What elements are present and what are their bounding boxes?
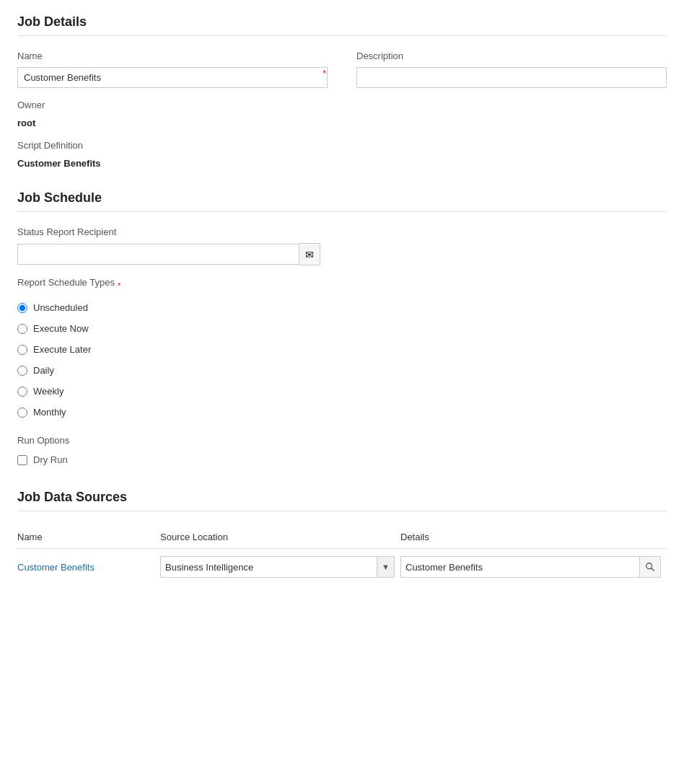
run-options-label: Run Options (17, 435, 667, 446)
radio-daily-label: Daily (33, 365, 54, 376)
source-location-select[interactable]: Business Intelligence Other Source (161, 558, 377, 576)
envelope-icon: ✉ (305, 249, 314, 260)
job-schedule-section: Job Schedule Status Report Recipient ✉ R… (17, 190, 667, 468)
report-schedule-label: Report Schedule Types (17, 277, 115, 288)
run-options-group: Run Options Dry Run (17, 435, 667, 468)
name-input[interactable] (17, 67, 328, 88)
dry-run-checkbox[interactable] (17, 455, 27, 465)
radio-daily[interactable]: Daily (17, 365, 667, 376)
schedule-radio-group: Unscheduled Execute Now Execute Later Da… (17, 302, 667, 420)
radio-weekly[interactable]: Weekly (17, 386, 667, 397)
status-report-input[interactable] (17, 244, 299, 265)
col-header-source: Source Location (160, 526, 400, 549)
radio-execute-later[interactable]: Execute Later (17, 344, 667, 355)
col-header-name: Name (17, 526, 160, 549)
description-label: Description (356, 50, 667, 61)
radio-execute-now-label: Execute Now (33, 323, 89, 334)
name-required-star: * (323, 69, 326, 79)
row-name-cell[interactable]: Customer Benefits (17, 549, 160, 586)
schedule-required-badge: * (118, 281, 120, 290)
description-input[interactable] (356, 67, 667, 88)
data-sources-header-row: Name Source Location Details (17, 526, 667, 549)
data-sources-tbody: Customer Benefits Business Intelligence … (17, 549, 667, 586)
dry-run-label: Dry Run (33, 454, 68, 465)
name-label: Name (17, 50, 328, 61)
data-sources-thead: Name Source Location Details (17, 526, 667, 549)
job-details-heading: Job Details (17, 14, 667, 36)
radio-monthly-label: Monthly (33, 407, 66, 418)
email-button[interactable]: ✉ (299, 243, 320, 265)
row-details-cell (400, 549, 667, 586)
report-schedule-label-row: Report Schedule Types * (17, 277, 667, 294)
description-group: Description (356, 50, 667, 88)
job-details-section: Job Details Name * Description Owner roo… (17, 14, 667, 169)
name-input-wrapper: * (17, 67, 328, 88)
search-icon (645, 562, 655, 572)
status-report-group: Status Report Recipient ✉ (17, 226, 667, 265)
radio-execute-later-input[interactable] (17, 345, 27, 355)
row-name-link[interactable]: Customer Benefits (17, 562, 95, 573)
job-data-sources-section: Job Data Sources Name Source Location De… (17, 490, 667, 585)
dry-run-checkbox-label[interactable]: Dry Run (17, 454, 667, 465)
source-select-wrapper: Business Intelligence Other Source ▼ (160, 556, 395, 578)
radio-execute-now-input[interactable] (17, 324, 27, 334)
radio-monthly-input[interactable] (17, 408, 27, 418)
description-input-wrapper (356, 67, 667, 88)
script-definition-value: Customer Benefits (17, 158, 667, 169)
job-schedule-heading: Job Schedule (17, 190, 667, 212)
radio-weekly-label: Weekly (33, 386, 63, 397)
table-row: Customer Benefits Business Intelligence … (17, 549, 667, 586)
owner-group: Owner root (17, 100, 667, 128)
radio-daily-input[interactable] (17, 366, 27, 376)
svg-line-1 (652, 568, 654, 571)
details-input-wrapper (400, 556, 661, 578)
script-definition-group: Script Definition Customer Benefits (17, 140, 667, 169)
details-input[interactable] (401, 558, 639, 576)
details-search-button[interactable] (639, 557, 660, 577)
status-report-input-row: ✉ (17, 243, 320, 265)
script-definition-label: Script Definition (17, 140, 667, 151)
row-source-cell: Business Intelligence Other Source ▼ (160, 549, 400, 586)
report-schedule-group: Report Schedule Types * Unscheduled Exec… (17, 277, 667, 420)
owner-label: Owner (17, 100, 667, 110)
radio-weekly-input[interactable] (17, 387, 27, 397)
name-group: Name * (17, 50, 328, 88)
status-report-label: Status Report Recipient (17, 226, 667, 237)
radio-unscheduled[interactable]: Unscheduled (17, 302, 667, 313)
radio-monthly[interactable]: Monthly (17, 407, 667, 418)
data-sources-table: Name Source Location Details Customer Be… (17, 526, 667, 585)
col-header-details: Details (400, 526, 667, 549)
radio-execute-later-label: Execute Later (33, 344, 91, 355)
owner-value: root (17, 118, 667, 128)
job-data-sources-heading: Job Data Sources (17, 490, 667, 511)
radio-execute-now[interactable]: Execute Now (17, 323, 667, 334)
select-arrow-icon: ▼ (377, 557, 394, 577)
radio-unscheduled-input[interactable] (17, 303, 27, 313)
radio-unscheduled-label: Unscheduled (33, 302, 88, 313)
name-description-row: Name * Description (17, 50, 667, 88)
